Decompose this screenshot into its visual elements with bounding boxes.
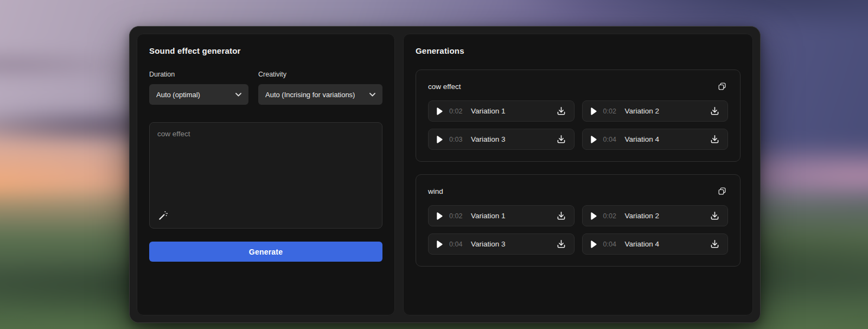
download-icon — [556, 134, 566, 144]
generation-list: cow effect 0:02 Variation 1 — [416, 69, 741, 267]
play-button[interactable] — [436, 212, 443, 220]
sound-effects-panel: Sound effect generator Duration Auto (op… — [129, 26, 761, 323]
download-icon — [556, 211, 566, 221]
variation-label: Variation 2 — [625, 212, 660, 220]
play-button[interactable] — [436, 241, 443, 248]
play-button[interactable] — [590, 212, 597, 220]
variation-label: Variation 1 — [471, 212, 506, 220]
variation-label: Variation 2 — [625, 107, 660, 115]
play-icon — [436, 136, 443, 143]
download-button[interactable] — [556, 134, 566, 144]
variation-label: Variation 3 — [471, 240, 506, 248]
play-button[interactable] — [436, 136, 443, 143]
play-icon — [436, 107, 443, 115]
copy-icon — [717, 81, 727, 91]
creativity-label: Creativity — [258, 71, 382, 78]
variation-label: Variation 4 — [625, 135, 660, 143]
variation-duration: 0:02 — [449, 212, 464, 220]
download-icon — [710, 211, 720, 221]
duration-field: Duration Auto (optimal) — [149, 71, 248, 105]
creativity-select[interactable]: Auto (Incrising for variations) — [258, 84, 382, 105]
download-icon — [710, 106, 720, 116]
download-button[interactable] — [556, 239, 566, 249]
play-icon — [590, 107, 597, 115]
variation-row[interactable]: 0:02 Variation 2 — [582, 205, 729, 226]
generation-group-card: cow effect 0:02 Variation 1 — [416, 69, 741, 162]
download-button[interactable] — [710, 211, 720, 221]
variation-grid: 0:02 Variation 1 0:02 Variation 2 — [428, 205, 728, 255]
variation-row[interactable]: 0:04 Variation 4 — [582, 233, 729, 255]
variation-duration: 0:02 — [603, 107, 618, 115]
variation-duration: 0:04 — [603, 241, 618, 248]
magic-wand-icon — [158, 210, 169, 221]
play-button[interactable] — [590, 136, 597, 143]
generate-button[interactable]: Generate — [149, 242, 382, 262]
generation-group-header: wind — [428, 185, 728, 197]
download-button[interactable] — [710, 106, 720, 116]
download-button[interactable] — [710, 134, 720, 144]
generation-group-header: cow effect — [428, 80, 728, 92]
download-button[interactable] — [556, 211, 566, 221]
variation-grid: 0:02 Variation 1 0:02 Variation 2 — [428, 100, 728, 150]
play-icon — [436, 241, 443, 248]
variation-label: Variation 3 — [471, 135, 506, 143]
copy-button[interactable] — [716, 80, 728, 92]
variation-row[interactable]: 0:04 Variation 3 — [428, 233, 575, 255]
download-icon — [710, 134, 720, 144]
variation-duration: 0:02 — [603, 212, 618, 220]
download-icon — [556, 239, 566, 249]
variation-duration: 0:02 — [449, 107, 464, 115]
variation-label: Variation 1 — [471, 107, 506, 115]
generator-options-row: Duration Auto (optimal) Creativity Auto … — [149, 71, 382, 105]
generator-card: Sound effect generator Duration Auto (op… — [137, 34, 395, 315]
download-button[interactable] — [556, 106, 566, 116]
creativity-selected-value: Auto (Incrising for variations) — [265, 91, 355, 99]
variation-row[interactable]: 0:04 Variation 4 — [582, 129, 729, 150]
download-icon — [556, 106, 566, 116]
variation-duration: 0:04 — [449, 241, 464, 248]
variation-label: Variation 4 — [625, 240, 660, 248]
duration-select[interactable]: Auto (optimal) — [149, 84, 248, 105]
variation-row[interactable]: 0:02 Variation 2 — [582, 100, 729, 122]
generations-card: Generations cow effect 0:02 Variation 1 — [403, 34, 753, 315]
group-title: wind — [428, 187, 443, 195]
variation-duration: 0:04 — [603, 136, 618, 143]
duration-selected-value: Auto (optimal) — [156, 91, 200, 99]
play-button[interactable] — [436, 107, 443, 115]
copy-icon — [717, 186, 727, 196]
play-button[interactable] — [590, 107, 597, 115]
generator-title: Sound effect generator — [149, 46, 382, 55]
play-icon — [590, 136, 597, 143]
duration-label: Duration — [149, 71, 248, 78]
play-button[interactable] — [590, 241, 597, 248]
copy-button[interactable] — [716, 185, 728, 197]
generation-group-card: wind 0:02 Variation 1 0: — [416, 174, 741, 267]
chevron-down-icon — [369, 93, 375, 97]
creativity-field: Creativity Auto (Incrising for variation… — [258, 71, 382, 105]
download-icon — [710, 239, 720, 249]
variation-row[interactable]: 0:02 Variation 1 — [428, 205, 575, 226]
chevron-down-icon — [235, 93, 241, 97]
variation-duration: 0:03 — [449, 136, 464, 143]
prompt-box — [149, 122, 382, 229]
generations-title: Generations — [416, 46, 741, 55]
play-icon — [436, 212, 443, 220]
play-icon — [590, 241, 597, 248]
variation-row[interactable]: 0:02 Variation 1 — [428, 100, 575, 122]
variation-row[interactable]: 0:03 Variation 3 — [428, 129, 575, 150]
play-icon — [590, 212, 597, 220]
prompt-input[interactable] — [150, 123, 382, 228]
magic-wand-button[interactable] — [157, 209, 170, 222]
download-button[interactable] — [710, 239, 720, 249]
group-title: cow effect — [428, 83, 461, 91]
